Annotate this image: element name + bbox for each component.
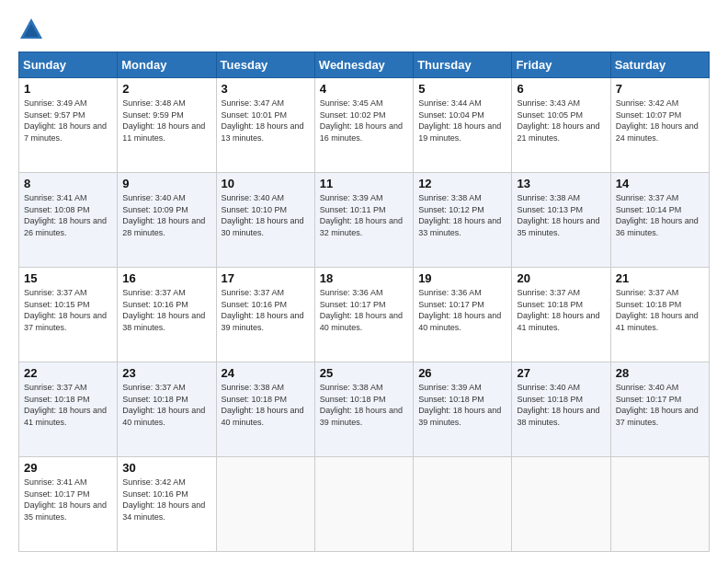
calendar-day-cell: 26 Sunrise: 3:39 AMSunset: 10:18 PMDayli… (414, 362, 512, 457)
day-number: 16 (122, 271, 210, 285)
day-number: 26 (418, 366, 506, 380)
day-number: 30 (122, 461, 210, 475)
day-info: Sunrise: 3:37 AMSunset: 10:18 PMDaylight… (517, 288, 599, 332)
day-info: Sunrise: 3:47 AMSunset: 10:01 PMDaylight… (222, 98, 304, 143)
day-number: 1 (24, 82, 112, 96)
day-number: 2 (122, 82, 210, 96)
calendar-day-cell: 9 Sunrise: 3:40 AMSunset: 10:09 PMDaylig… (118, 173, 216, 268)
calendar-day-cell: 25 Sunrise: 3:38 AMSunset: 10:18 PMDayli… (314, 362, 413, 457)
day-info: Sunrise: 3:37 AMSunset: 10:18 PMDaylight… (616, 288, 699, 332)
calendar-day-cell: 30 Sunrise: 3:42 AMSunset: 10:16 PMDayli… (118, 457, 216, 552)
day-number: 7 (616, 82, 704, 96)
calendar-week-row: 22 Sunrise: 3:37 AMSunset: 10:18 PMDayli… (19, 362, 710, 457)
calendar-day-header: Friday (512, 52, 610, 78)
day-number: 13 (517, 177, 605, 190)
calendar-week-row: 15 Sunrise: 3:37 AMSunset: 10:15 PMDayli… (19, 268, 710, 362)
calendar-day-cell: 21 Sunrise: 3:37 AMSunset: 10:18 PMDayli… (610, 268, 709, 362)
day-info: Sunrise: 3:43 AMSunset: 10:05 PMDaylight… (517, 98, 599, 143)
day-info: Sunrise: 3:38 AMSunset: 10:18 PMDaylight… (222, 383, 304, 427)
day-number: 22 (24, 366, 112, 380)
calendar-header-row: SundayMondayTuesdayWednesdayThursdayFrid… (19, 52, 710, 78)
day-info: Sunrise: 3:36 AMSunset: 10:17 PMDaylight… (320, 288, 403, 332)
day-info: Sunrise: 3:38 AMSunset: 10:12 PMDaylight… (418, 193, 501, 237)
calendar-day-cell (610, 457, 709, 552)
day-number: 29 (24, 461, 112, 475)
calendar-day-cell: 18 Sunrise: 3:36 AMSunset: 10:17 PMDayli… (314, 268, 413, 362)
calendar-day-cell: 12 Sunrise: 3:38 AMSunset: 10:12 PMDayli… (414, 173, 512, 268)
day-number: 18 (320, 271, 408, 285)
day-info: Sunrise: 3:37 AMSunset: 10:15 PMDaylight… (24, 288, 107, 332)
logo-icon (18, 17, 44, 42)
calendar-day-cell: 13 Sunrise: 3:38 AMSunset: 10:13 PMDayli… (512, 173, 610, 268)
day-number: 15 (24, 271, 112, 285)
calendar-day-header: Wednesday (314, 52, 413, 78)
logo (18, 17, 48, 42)
day-number: 10 (222, 177, 310, 190)
day-info: Sunrise: 3:37 AMSunset: 10:18 PMDaylight… (122, 383, 205, 427)
day-info: Sunrise: 3:40 AMSunset: 10:17 PMDaylight… (616, 383, 699, 427)
day-number: 3 (222, 82, 310, 96)
calendar-day-cell: 14 Sunrise: 3:37 AMSunset: 10:14 PMDayli… (610, 173, 709, 268)
calendar-day-cell: 27 Sunrise: 3:40 AMSunset: 10:18 PMDayli… (512, 362, 610, 457)
page: SundayMondayTuesdayWednesdayThursdayFrid… (0, 0, 728, 563)
day-info: Sunrise: 3:37 AMSunset: 10:18 PMDaylight… (24, 383, 107, 427)
calendar-day-cell: 1 Sunrise: 3:49 AMSunset: 9:57 PMDayligh… (19, 78, 118, 173)
calendar-day-cell: 28 Sunrise: 3:40 AMSunset: 10:17 PMDayli… (610, 362, 709, 457)
day-number: 8 (24, 177, 112, 190)
day-info: Sunrise: 3:42 AMSunset: 10:07 PMDaylight… (616, 98, 699, 143)
day-info: Sunrise: 3:37 AMSunset: 10:14 PMDaylight… (616, 193, 699, 237)
calendar-day-cell (414, 457, 512, 552)
day-info: Sunrise: 3:40 AMSunset: 10:10 PMDaylight… (222, 193, 304, 237)
calendar-day-cell: 8 Sunrise: 3:41 AMSunset: 10:08 PMDaylig… (19, 173, 118, 268)
calendar-day-cell: 23 Sunrise: 3:37 AMSunset: 10:18 PMDayli… (118, 362, 216, 457)
calendar-day-cell: 17 Sunrise: 3:37 AMSunset: 10:16 PMDayli… (216, 268, 314, 362)
day-info: Sunrise: 3:36 AMSunset: 10:17 PMDaylight… (418, 288, 501, 332)
calendar-day-cell: 22 Sunrise: 3:37 AMSunset: 10:18 PMDayli… (19, 362, 118, 457)
calendar-day-cell: 11 Sunrise: 3:39 AMSunset: 10:11 PMDayli… (314, 173, 413, 268)
day-number: 19 (418, 271, 506, 285)
day-number: 14 (616, 177, 704, 190)
day-info: Sunrise: 3:40 AMSunset: 10:18 PMDaylight… (517, 383, 599, 427)
calendar-day-cell: 5 Sunrise: 3:44 AMSunset: 10:04 PMDaylig… (414, 78, 512, 173)
day-info: Sunrise: 3:44 AMSunset: 10:04 PMDaylight… (418, 98, 501, 143)
calendar-day-cell: 4 Sunrise: 3:45 AMSunset: 10:02 PMDaylig… (314, 78, 413, 173)
calendar-day-cell: 3 Sunrise: 3:47 AMSunset: 10:01 PMDaylig… (216, 78, 314, 173)
calendar-day-cell: 20 Sunrise: 3:37 AMSunset: 10:18 PMDayli… (512, 268, 610, 362)
day-number: 11 (320, 177, 408, 190)
day-number: 28 (616, 366, 704, 380)
calendar-day-header: Thursday (414, 52, 512, 78)
calendar-day-cell: 6 Sunrise: 3:43 AMSunset: 10:05 PMDaylig… (512, 78, 610, 173)
calendar-day-cell: 29 Sunrise: 3:41 AMSunset: 10:17 PMDayli… (19, 457, 118, 552)
day-number: 24 (222, 366, 310, 380)
day-info: Sunrise: 3:49 AMSunset: 9:57 PMDaylight:… (24, 98, 107, 143)
day-number: 27 (517, 366, 605, 380)
calendar-day-header: Sunday (19, 52, 118, 78)
calendar-day-cell (216, 457, 314, 552)
day-info: Sunrise: 3:39 AMSunset: 10:11 PMDaylight… (320, 193, 403, 237)
calendar-day-cell: 2 Sunrise: 3:48 AMSunset: 9:59 PMDayligh… (118, 78, 216, 173)
calendar-day-cell: 7 Sunrise: 3:42 AMSunset: 10:07 PMDaylig… (610, 78, 709, 173)
calendar-day-header: Monday (118, 52, 216, 78)
calendar-week-row: 29 Sunrise: 3:41 AMSunset: 10:17 PMDayli… (19, 457, 710, 552)
calendar-week-row: 1 Sunrise: 3:49 AMSunset: 9:57 PMDayligh… (19, 78, 710, 173)
day-info: Sunrise: 3:37 AMSunset: 10:16 PMDaylight… (122, 288, 205, 332)
calendar-day-header: Tuesday (216, 52, 314, 78)
day-number: 21 (616, 271, 704, 285)
day-info: Sunrise: 3:38 AMSunset: 10:13 PMDaylight… (517, 193, 599, 237)
day-info: Sunrise: 3:42 AMSunset: 10:16 PMDaylight… (122, 477, 205, 522)
day-number: 25 (320, 366, 408, 380)
day-number: 9 (122, 177, 210, 190)
calendar-day-cell (512, 457, 610, 552)
day-info: Sunrise: 3:48 AMSunset: 9:59 PMDaylight:… (122, 98, 205, 143)
calendar-day-cell: 24 Sunrise: 3:38 AMSunset: 10:18 PMDayli… (216, 362, 314, 457)
day-number: 4 (320, 82, 408, 96)
day-number: 6 (517, 82, 605, 96)
day-info: Sunrise: 3:38 AMSunset: 10:18 PMDaylight… (320, 383, 403, 427)
calendar-day-cell (314, 457, 413, 552)
day-info: Sunrise: 3:39 AMSunset: 10:18 PMDaylight… (418, 383, 501, 427)
day-number: 5 (418, 82, 506, 96)
day-number: 12 (418, 177, 506, 190)
day-info: Sunrise: 3:41 AMSunset: 10:17 PMDaylight… (24, 477, 107, 522)
day-info: Sunrise: 3:37 AMSunset: 10:16 PMDaylight… (222, 288, 304, 332)
calendar-week-row: 8 Sunrise: 3:41 AMSunset: 10:08 PMDaylig… (19, 173, 710, 268)
